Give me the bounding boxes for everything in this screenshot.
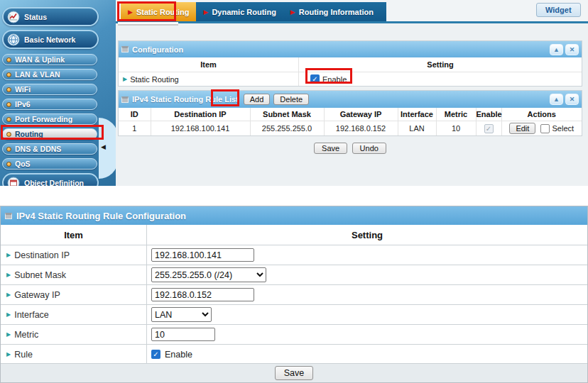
edit-button[interactable]: Edit xyxy=(509,123,535,134)
sidebar-item-label: IPv6 xyxy=(15,100,31,109)
main-content: ▶ Static Routing ▶ Dynamic Routing ▶ Rou… xyxy=(116,0,588,186)
router-ui-screenshot: Status Basic Network WAN & Uplink LAN & … xyxy=(0,0,588,186)
sidebar-item-label: Object Definition xyxy=(24,179,84,187)
item-arrow-icon: ▶ xyxy=(6,331,11,338)
cell-destination-ip: 192.168.100.141 xyxy=(151,121,250,135)
rule-configuration-header: IPv4 Static Routing Rule Configuration xyxy=(1,206,587,225)
bullet-icon xyxy=(6,72,11,77)
static-routing-enable-checkbox[interactable]: ✓ xyxy=(310,74,320,84)
panel-close-button[interactable]: ✕ xyxy=(565,44,579,55)
static-routing-row: ▶ Static Routing ✓ Enable xyxy=(119,72,582,86)
column-header: Metric xyxy=(436,108,476,121)
row-label: Interface xyxy=(14,310,49,320)
undo-button[interactable]: Undo xyxy=(352,143,386,154)
sidebar-item-label: Status xyxy=(24,13,47,21)
sidebar-item-label: WiFi xyxy=(15,85,31,94)
sidebar-item-port-forwarding[interactable]: Port Forwarding xyxy=(2,113,97,125)
tab-static-routing[interactable]: ▶ Static Routing xyxy=(121,2,196,21)
sidebar-item-label: WAN & Uplink xyxy=(15,55,65,64)
cell-subnet-mask: 255.255.255.0 xyxy=(250,121,324,135)
delete-button[interactable]: Delete xyxy=(273,94,309,105)
window-icon xyxy=(121,96,129,103)
column-header-item: Item xyxy=(1,225,147,245)
column-header: ID xyxy=(119,108,151,121)
enable-label: Enable xyxy=(322,75,347,84)
sidebar-item-label: QoS xyxy=(15,160,31,168)
panel-title: IPv4 Static Routing Rule Configuration xyxy=(16,211,186,221)
cell-id: 1 xyxy=(119,121,151,135)
metric-input[interactable] xyxy=(151,328,215,341)
interface-select[interactable]: LAN xyxy=(151,307,212,322)
sidebar-item-dns-ddns[interactable]: DNS & DDNS xyxy=(2,143,97,155)
bullet-icon xyxy=(6,147,11,152)
sidebar-item-label: Routing xyxy=(15,130,43,138)
sidebar-item-wifi[interactable]: WiFi xyxy=(2,84,97,95)
rule-row: ▶ Rule ✓ Enable xyxy=(1,344,587,364)
gateway-ip-input[interactable] xyxy=(151,288,254,301)
status-chart-icon xyxy=(7,11,20,23)
rule-list-table: ID Destination IP Subnet Mask Gateway IP… xyxy=(119,108,582,135)
tab-arrow-icon: ▶ xyxy=(203,9,208,16)
panel-collapse-button[interactable]: ▲ xyxy=(550,44,563,55)
collapse-left-icon[interactable]: ◀ xyxy=(101,143,106,150)
sidebar-item-ipv6[interactable]: IPv6 xyxy=(2,99,97,110)
row-label: Gateway IP xyxy=(14,290,60,300)
panel-close-button[interactable]: ✕ xyxy=(565,94,579,105)
tab-dynamic-routing[interactable]: ▶ Dynamic Routing xyxy=(196,2,283,21)
rule-enable-checkbox: ✓ xyxy=(484,124,494,133)
sidebar-item-object-definition[interactable]: Object Definition xyxy=(2,173,99,186)
enable-label: Enable xyxy=(165,350,192,360)
table-row: 1 192.168.100.141 255.255.255.0 192.168.… xyxy=(119,121,582,135)
item-arrow-icon: ▶ xyxy=(6,272,11,278)
save-button[interactable]: Save xyxy=(275,366,314,380)
cell-interface: LAN xyxy=(398,121,436,135)
sidebar-item-label: LAN & VLAN xyxy=(15,70,60,79)
configuration-panel-header: Configuration ▲ ✕ xyxy=(119,41,582,57)
add-button[interactable]: Add xyxy=(244,94,271,105)
item-arrow-icon: ▶ xyxy=(6,311,11,318)
interface-row: ▶ Interface LAN xyxy=(1,304,587,324)
sidebar-item-label: DNS & DDNS xyxy=(15,145,61,153)
rule-list-panel-header: IPv4 Static Routing Rule List Add Delete… xyxy=(119,91,582,108)
save-button[interactable]: Save xyxy=(314,143,347,154)
sidebar-item-wan-uplink[interactable]: WAN & Uplink xyxy=(2,54,97,65)
row-label: Destination IP xyxy=(14,250,70,260)
panel-collapse-button[interactable]: ▲ xyxy=(550,94,563,105)
metric-row: ▶ Metric xyxy=(1,324,587,344)
destination-ip-input[interactable] xyxy=(151,248,254,262)
column-header: Destination IP xyxy=(151,108,250,121)
sidebar-item-basic-network[interactable]: Basic Network xyxy=(2,30,99,49)
form-actions: Save Undo xyxy=(118,141,582,154)
rule-enable-checkbox[interactable]: ✓ xyxy=(151,350,160,359)
window-icon xyxy=(121,46,129,52)
row-label: Rule xyxy=(14,350,33,360)
bullet-icon xyxy=(6,132,11,137)
column-header-setting: Setting xyxy=(147,225,587,245)
column-header: Actions xyxy=(501,108,582,121)
table-header-row: ID Destination IP Subnet Mask Gateway IP… xyxy=(119,108,582,121)
tabbar: ▶ Static Routing ▶ Dynamic Routing ▶ Rou… xyxy=(121,2,386,21)
item-arrow-icon: ▶ xyxy=(6,292,11,298)
column-header: Enable xyxy=(476,108,501,121)
divider xyxy=(116,21,588,23)
sidebar-item-routing[interactable]: Routing xyxy=(2,128,97,140)
bullet-icon xyxy=(6,162,11,167)
panel-title: Configuration xyxy=(132,45,183,54)
sidebar-item-qos[interactable]: QoS xyxy=(2,158,97,170)
tab-arrow-icon: ▶ xyxy=(128,9,133,16)
rule-list-panel: IPv4 Static Routing Rule List Add Delete… xyxy=(118,90,582,136)
sidebar-item-status[interactable]: Status xyxy=(2,7,99,26)
column-header: Subnet Mask xyxy=(250,108,324,121)
form-footer: Save xyxy=(1,363,587,382)
tab-label: Static Routing xyxy=(136,8,190,16)
select-checkbox[interactable] xyxy=(540,124,550,133)
subnet-mask-select[interactable]: 255.255.255.0 (/24) xyxy=(151,267,266,282)
tab-label: Routing Information xyxy=(299,8,374,16)
column-header: Interface xyxy=(398,108,436,121)
row-label: Subnet Mask xyxy=(14,270,66,280)
sidebar-item-lan-vlan[interactable]: LAN & VLAN xyxy=(2,69,97,80)
tab-routing-information[interactable]: ▶ Routing Information xyxy=(283,2,381,21)
widget-button[interactable]: Widget xyxy=(536,3,581,17)
sidebar-collapse-handle[interactable]: ◀ xyxy=(99,118,118,179)
item-arrow-icon: ▶ xyxy=(123,76,127,82)
